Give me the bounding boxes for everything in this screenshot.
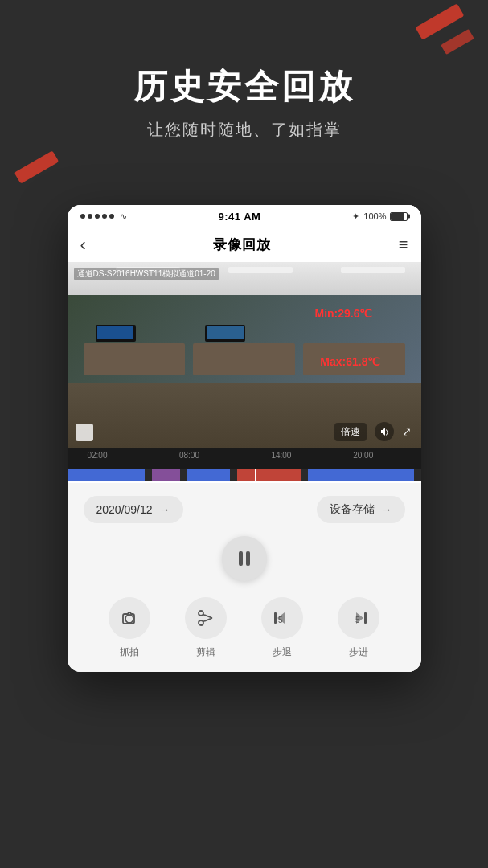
desk [84,343,186,375]
clip-icon-circle [185,597,227,639]
action-row: 抓拍 剪辑 5 [84,597,405,659]
battery-fill [391,213,404,220]
date-storage-row: 2020/09/12 → 设备存储 → [84,496,405,523]
speed-button[interactable]: 倍速 [334,423,367,441]
tick-0200: 02:00 [87,451,107,460]
segment-red [237,469,301,481]
temp-max: Max:61.8℃ [320,355,380,368]
nav-title: 录像回放 [213,235,271,254]
status-time: 9:41 AM [218,211,260,223]
pause-button[interactable] [222,536,267,581]
status-right: ✦ 100% [352,211,408,222]
segment-blue-3 [308,469,414,481]
back-button[interactable]: ‹ [80,235,86,256]
date-button[interactable]: 2020/09/12 → [84,496,183,523]
svg-point-1 [199,611,203,616]
phone-mockup: ∿ 9:41 AM ✦ 100% ‹ 录像回放 ≡ [68,205,421,672]
nav-bar: ‹ 录像回放 ≡ [68,227,421,263]
video-controls-overlay: 倍速 ⤢ [334,422,412,441]
controls-panel: 2020/09/12 → 设备存储 → [68,483,421,672]
svg-rect-5 [364,612,367,624]
step-forward-label: 步进 [349,645,368,659]
signal-dot [109,214,114,219]
step-forward-button[interactable]: 5 步进 [338,597,379,659]
clip-label: 剪辑 [196,645,215,659]
tick-area: 02:00 08:00 14:00 20:00 [74,451,415,467]
channel-label: 通道DS-S2016HWST11模拟通道01-20 [74,268,219,280]
step-back-icon-circle: 5 [261,597,303,639]
timeline-container[interactable]: 02:00 08:00 14:00 20:00 [68,448,421,481]
timeline-cursor [255,469,256,481]
battery-percent: 100% [363,211,386,221]
hero-title: 历史安全回放 [16,64,472,109]
step-back-button[interactable]: 5 步退 [261,597,303,659]
storage-label: 设备存储 [330,502,375,517]
hero-subtitle: 让您随时随地、了如指掌 [16,119,472,141]
svg-rect-3 [274,612,277,624]
step-forward-icon-circle: 5 [338,597,379,639]
date-arrow: → [159,503,170,516]
monitor [96,326,136,342]
segment-blue-1 [68,469,146,481]
battery-icon [390,212,408,221]
desk [193,343,295,375]
storage-arrow: → [381,503,392,516]
playback-center [84,536,405,581]
battery-tip [408,215,411,219]
sound-button[interactable] [375,422,394,441]
storage-button[interactable]: 设备存储 → [317,496,405,523]
menu-button[interactable]: ≡ [399,235,408,254]
monitor [205,326,245,342]
step-back-label: 步退 [273,645,292,659]
timeline-track[interactable] [68,469,421,481]
capture-button[interactable]: 抓拍 [109,597,150,659]
capture-label: 抓拍 [120,645,139,659]
monitor-screen [207,326,244,339]
timeline-ruler: 02:00 08:00 14:00 20:00 [68,451,421,467]
tick-0800: 08:00 [179,451,199,460]
monitor-screen [97,326,133,339]
stop-button[interactable] [76,424,93,441]
ceiling-light [341,267,405,273]
date-value: 2020/09/12 [96,503,153,516]
bluetooth-icon: ✦ [352,211,359,222]
pause-bar-left [239,551,243,566]
video-container: 通道DS-S2016HWST11模拟通道01-20 Min:29.6℃ Max:… [68,263,421,448]
signal-dot [102,214,107,219]
segment-blue-2 [187,469,230,481]
signal-dot [88,214,92,219]
segment-purple [152,469,180,481]
status-bar: ∿ 9:41 AM ✦ 100% [68,205,421,227]
hero-section: 历史安全回放 让您随时随地、了如指掌 [0,48,488,157]
capture-icon-circle [109,597,150,639]
wifi-icon: ∿ [120,211,127,222]
signal-dot [95,214,100,219]
pause-bar-right [246,551,250,566]
ceiling-light [228,267,293,273]
signal-dot [80,214,85,219]
signal-dots: ∿ [80,211,127,222]
tick-1400: 14:00 [271,451,291,460]
fullscreen-button[interactable]: ⤢ [402,425,412,438]
clip-button[interactable]: 剪辑 [185,597,227,659]
svg-point-0 [125,615,133,623]
video-bg: 通道DS-S2016HWST11模拟通道01-20 Min:29.6℃ Max:… [68,263,421,448]
pause-icon [239,551,250,566]
svg-point-2 [199,620,203,625]
temp-min: Min:29.6℃ [314,307,372,320]
tick-2000: 20:00 [353,451,373,460]
